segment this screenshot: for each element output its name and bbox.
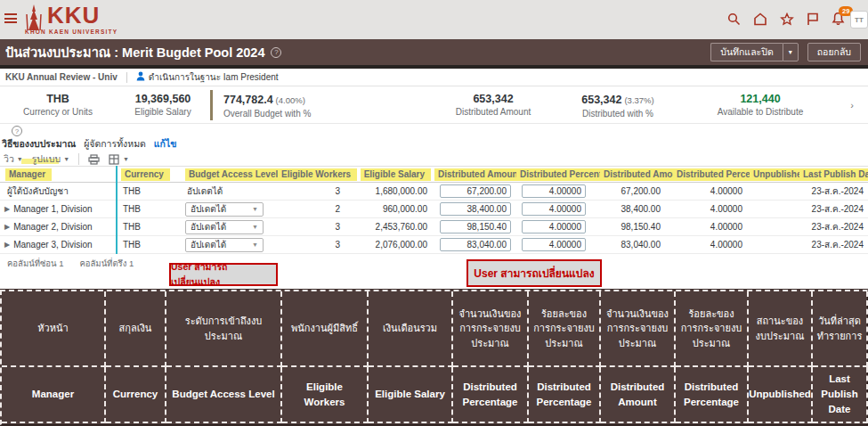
legend-thai-cell: เงินเดือนรวม: [369, 291, 453, 367]
access-cell: อัปเดตได้▼: [180, 238, 278, 252]
legend-english-cell: Distributed Percentage: [453, 367, 529, 423]
legend-thai-cell: วันที่ล่าสุดทำรายการ: [813, 291, 868, 367]
edit-link[interactable]: แก้ไข: [154, 138, 177, 149]
star-icon[interactable]: [780, 12, 794, 26]
table-row: ▶Manager 1, Division THB อัปเดตได้▼ 2 96…: [0, 201, 868, 218]
person-icon: [136, 71, 145, 83]
plan-name: KKU Annual Review - Univ: [5, 72, 118, 82]
expand-icon[interactable]: ▶: [4, 223, 10, 231]
access-cell: อัปเดตได้▼: [180, 202, 278, 217]
col-header-manager[interactable]: Manager: [0, 168, 116, 181]
logo-subtext: KHON KAEN UNIVERSITY: [25, 29, 118, 35]
distributed-pct-input[interactable]: [522, 220, 586, 233]
search-icon[interactable]: [727, 12, 741, 26]
access-level-select[interactable]: อัปเดตได้▼: [185, 202, 264, 217]
flag-icon[interactable]: [807, 12, 819, 26]
summary-distributed-pct: 653,342(3.37%) Distributed with %: [551, 91, 685, 119]
legend-thai-cell: พนักงานผู้มีสิทธิ์: [282, 291, 369, 367]
access-cell: อัปเดตได้: [180, 184, 278, 198]
table-header: Manager Currency Budget Access Level Eli…: [0, 166, 868, 183]
budget-view-label: วิธีของงบประมาณ: [2, 138, 76, 149]
summary-distributed-amount: 653,342 Distributed Amount: [435, 93, 551, 117]
view-dropdown[interactable]: วิว▼: [4, 152, 23, 167]
distributed-pct-input[interactable]: [522, 238, 586, 251]
dist-amount-input-cell: [434, 238, 516, 251]
avatar[interactable]: TT: [850, 11, 868, 29]
col-header-unpublished[interactable]: Unpublished: [750, 168, 799, 181]
distributed-amount-input[interactable]: [440, 238, 511, 251]
col-header-currency[interactable]: Currency: [116, 168, 180, 181]
dist-amount-cell: 83,040.00: [595, 240, 668, 250]
export-icon[interactable]: ▼: [109, 154, 129, 165]
format-dropdown[interactable]: รูปแบบ▼: [32, 152, 69, 167]
distributed-pct-input[interactable]: [522, 202, 586, 216]
last-publish-cell: 23-ส.ค.-2024: [799, 184, 868, 198]
distributed-amount-input[interactable]: [440, 184, 511, 198]
distributed-pct-input[interactable]: [522, 184, 586, 198]
workers-cell: 3: [278, 240, 347, 250]
currency-cell: THB: [116, 240, 180, 250]
dist-amount-cell: 67,200.00: [595, 186, 668, 196]
save-and-close-button[interactable]: บันทึกและปิด: [710, 43, 782, 61]
legend-english-cell: Eligible Workers: [282, 367, 369, 423]
currency-cell: THB: [116, 186, 180, 196]
legend-thai-cell: จำนวนเงินของการกระจายงบประมาณ: [601, 291, 676, 367]
col-header-dist-pct[interactable]: Distributed Percentage: [668, 168, 750, 181]
annotation-note-1: User สามารถเปลี่ยนแปลง: [169, 263, 278, 286]
workers-cell: 3: [278, 222, 347, 232]
table-row: ▶Manager 2, Division THB อัปเดตได้▼ 3 2,…: [0, 218, 868, 236]
bell-icon[interactable]: 29: [831, 12, 845, 26]
home-icon[interactable]: [753, 12, 767, 26]
chevron-down-icon: ▼: [252, 206, 258, 212]
dist-pct-input-cell: [516, 220, 595, 233]
budget-summary-bar: THB Currency or Units 19,369,560 Eligibl…: [0, 86, 868, 124]
col-header-last-publish[interactable]: Last Publish Date: [799, 168, 868, 181]
dist-amount-input-cell: [434, 184, 516, 198]
dist-amount-input-cell: [434, 220, 516, 233]
legend-english-cell: Distributed Percentage: [529, 367, 601, 423]
manager-cell: ผู้ใต้บังคับบัญชา: [0, 184, 116, 198]
salary-cell: 960,000.00: [347, 204, 434, 214]
help-circle-icon[interactable]: ?: [271, 47, 281, 58]
frozen-column-divider[interactable]: [116, 166, 118, 254]
legend-thai-cell: หัวหน้า: [2, 291, 106, 367]
access-level-select[interactable]: อัปเดตได้▼: [185, 238, 264, 252]
hidden-columns-label: คอลัมน์ที่ซ่อน 1: [7, 257, 63, 270]
currency-cell: THB: [116, 204, 180, 214]
legend-thai-cell: ร้อยละของการกระจายงบประมาณ: [676, 291, 749, 367]
chevron-down-icon: ▼: [252, 242, 258, 248]
help-circle-icon-2[interactable]: ?: [12, 126, 22, 136]
workers-cell: 2: [278, 204, 347, 214]
legend-english-cell: Manager: [2, 367, 106, 423]
page-title: ปันส่วนงบประมาณ : Merit Bugdet Pool 2024: [5, 42, 264, 62]
col-header-salary[interactable]: Eligible Salary: [347, 168, 434, 181]
col-header-dist-pct-input[interactable]: Distributed Percentage: [516, 168, 595, 181]
back-button[interactable]: ถอยกลับ: [807, 43, 861, 61]
distributed-amount-input[interactable]: [440, 220, 511, 233]
chevron-right-icon[interactable]: ›: [836, 100, 868, 111]
salary-cell: 1,680,000.00: [347, 186, 434, 196]
save-dropdown-toggle[interactable]: ▾: [783, 43, 799, 61]
expand-icon[interactable]: ▶: [4, 241, 10, 249]
title-bar: ปันส่วนงบประมาณ : Merit Bugdet Pool 2024…: [0, 39, 868, 65]
acting-as-label: ดำเนินการในฐานะ Iam President: [149, 70, 279, 84]
legend-english-cell: Distributed Percentage: [676, 367, 749, 423]
breadcrumb-separator: [126, 72, 127, 83]
summary-available: 121,440 Available to Distribute: [685, 93, 836, 117]
legend-thai-cell: สกุลเงิน: [106, 291, 166, 367]
col-header-dist-amount[interactable]: Distributed Amount: [595, 168, 668, 181]
summary-currency: THB Currency or Units: [0, 93, 116, 117]
col-header-access[interactable]: Budget Access Level: [180, 168, 278, 181]
access-cell: อัปเดตได้▼: [180, 220, 278, 234]
distributed-amount-input[interactable]: [440, 202, 511, 216]
col-header-dist-amount-input[interactable]: Distributed Amount: [434, 168, 516, 181]
printer-icon[interactable]: [88, 154, 100, 165]
summary-overall-budget: 774,782.4(4.00%) Overall Budget with %: [213, 91, 435, 119]
menu-icon[interactable]: [4, 13, 17, 24]
budget-view-row: วิธีของงบประมาณ ผู้จัดการทั้งหมด แก้ไข: [2, 136, 176, 152]
dist-amount-input-cell: [434, 202, 516, 216]
access-level-select[interactable]: อัปเดตได้▼: [185, 220, 264, 234]
summary-eligible-salary: 19,369,560 Eligible Salary: [116, 93, 210, 117]
col-header-workers[interactable]: Eligible Workers: [278, 168, 347, 181]
expand-icon[interactable]: ▶: [4, 205, 10, 213]
